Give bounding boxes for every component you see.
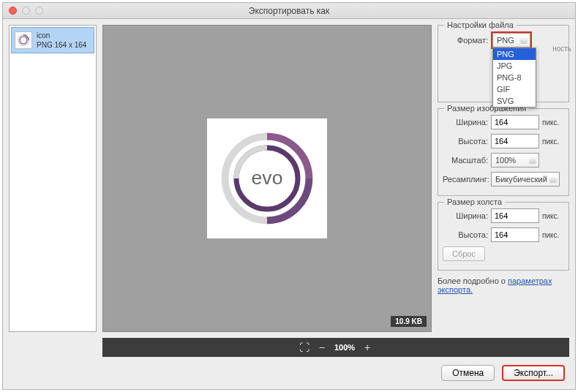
asset-list-item[interactable]: icon PNG 164 x 164	[11, 27, 94, 53]
format-option-png[interactable]: PNG	[493, 48, 536, 60]
scale-select[interactable]: 100%▲▼	[491, 153, 539, 167]
more-info: Более подробно о параметрах экспорта.	[438, 276, 569, 294]
svg-point-1	[20, 37, 27, 44]
fit-screen-icon[interactable]: ⛶	[299, 342, 309, 353]
close-window-icon[interactable]	[9, 7, 17, 15]
preview-area: evo 10.9 KB	[102, 25, 432, 332]
obscured-label: ность	[552, 45, 571, 53]
asset-thumbnail	[15, 31, 32, 49]
image-size-group: Размер изображения Ширина: пикс. Высота:…	[438, 108, 569, 196]
resample-select[interactable]: Бикубический▲▼	[491, 172, 560, 186]
export-dialog: Экспортировать как icon PNG 164 x 1	[2, 2, 576, 390]
window-title: Экспортировать как	[249, 6, 329, 16]
format-option-png8[interactable]: PNG-8	[493, 72, 536, 83]
zoom-value: 100%	[334, 343, 355, 352]
image-width-input[interactable]	[491, 115, 539, 129]
format-label: Формат:	[443, 36, 488, 45]
asset-label: icon PNG 164 x 164	[37, 31, 86, 50]
cancel-button[interactable]: Отмена	[441, 365, 495, 381]
window-controls	[9, 7, 43, 15]
format-select[interactable]: PNG ▲▼	[492, 33, 530, 48]
file-settings-group: Настройки файла Формат: PNG ▲▼ PNG JPG	[438, 25, 569, 102]
preview-canvas: evo	[207, 118, 327, 238]
filesize-badge: 10.9 KB	[391, 316, 427, 327]
minimize-window-icon[interactable]	[22, 7, 30, 15]
zoom-in-icon[interactable]: +	[362, 342, 372, 353]
titlebar: Экспортировать как	[3, 3, 575, 19]
format-option-gif[interactable]: GIF	[493, 83, 536, 95]
export-button[interactable]: Экспорт...	[502, 365, 565, 381]
asset-list: icon PNG 164 x 164	[9, 25, 97, 332]
canvas-height-input[interactable]	[491, 227, 539, 242]
zoom-toolbar: ⛶ − 100% +	[102, 338, 569, 357]
image-height-input[interactable]	[491, 134, 539, 148]
format-option-jpg[interactable]: JPG	[493, 60, 536, 72]
canvas-width-input[interactable]	[491, 208, 539, 223]
reset-button[interactable]: Сброс	[443, 246, 485, 261]
settings-panel: Настройки файла Формат: PNG ▲▼ PNG JPG	[438, 25, 569, 332]
zoom-window-icon[interactable]	[35, 7, 43, 15]
format-dropdown: PNG JPG PNG-8 GIF SVG	[492, 48, 536, 108]
svg-text:evo: evo	[252, 167, 283, 189]
zoom-out-icon[interactable]: −	[317, 342, 327, 353]
dialog-footer: Отмена Экспорт...	[3, 357, 575, 389]
canvas-size-group: Размер холста Ширина: пикс. Высота: пикс…	[438, 202, 569, 271]
format-option-svg[interactable]: SVG	[493, 95, 536, 107]
